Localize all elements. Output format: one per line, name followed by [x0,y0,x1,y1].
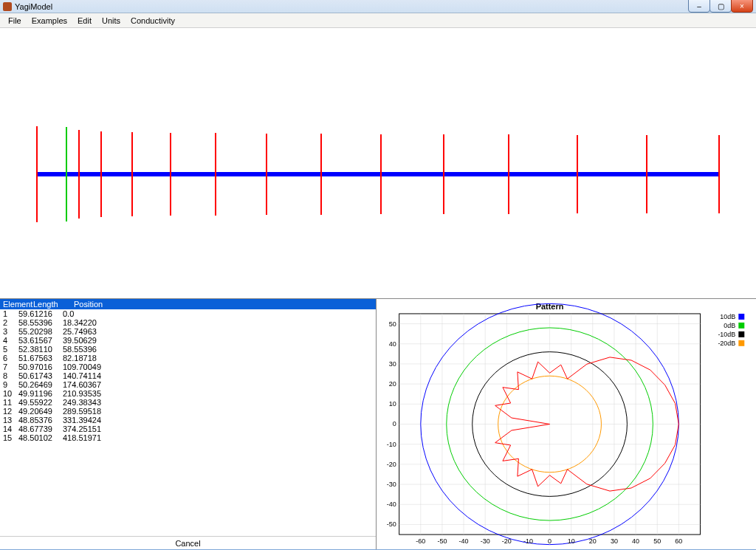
cell-index: 13 [0,416,18,424]
antenna-element [36,126,38,222]
menu-units[interactable]: Units [97,15,126,27]
y-tick: -40 [387,501,396,508]
cell-index: 9 [0,381,18,389]
cell-position: 39.50629 [63,337,122,345]
table-row[interactable]: 355.2029825.74963 [0,327,376,336]
legend-swatch-m10 [738,331,744,337]
cell-position: 18.34220 [63,319,122,327]
cell-length: 55.20298 [18,328,63,336]
table-row[interactable]: 750.97016109.70049 [0,362,376,371]
table-row[interactable]: 1448.67739374.25151 [0,424,376,433]
cell-length: 50.26469 [18,381,63,389]
table-row[interactable]: 453.6156739.50629 [0,336,376,345]
cancel-button[interactable]: Cancel [0,536,376,549]
cell-length: 48.50102 [18,434,63,442]
x-tick: 30 [611,537,618,545]
cell-position: 82.18718 [63,354,122,362]
y-tick: 10 [389,400,396,408]
minimize-button[interactable]: – [688,0,710,13]
x-tick: 0 [548,537,551,545]
y-tick: -30 [387,481,396,488]
maximize-button[interactable]: ▢ [709,0,732,13]
menu-examples[interactable]: Examples [27,15,72,27]
legend-label-p10: 10dB [720,313,735,320]
cell-position: 289.59518 [63,408,122,416]
cell-length: 49.55922 [18,399,63,407]
cell-index: 5 [0,346,18,354]
cell-length: 49.20649 [18,408,63,416]
cell-length: 49.91196 [18,390,63,398]
antenna-element [320,134,322,215]
element-table-pane: Element Length Position 159.612160.0258.… [0,299,377,549]
table-row[interactable]: 258.5539618.34220 [0,318,376,327]
window-titlebar: YagiModel – ▢ × [0,0,756,13]
cell-length: 50.61743 [18,372,63,380]
table-row[interactable]: 1049.91196210.93535 [0,389,376,398]
cell-length: 48.67739 [18,425,63,433]
x-tick: 40 [632,537,639,545]
cell-position: 25.74963 [63,328,122,336]
col-length: Length [33,299,74,309]
cell-position: 210.93535 [63,390,122,398]
legend-swatch-m20 [738,340,744,346]
col-element: Element [0,299,33,309]
cell-index: 7 [0,363,18,371]
table-row[interactable]: 950.26469174.60367 [0,380,376,389]
antenna-element [443,134,444,214]
legend-label-m20: -20dB [718,340,735,347]
y-tick: -50 [387,520,396,528]
cell-position: 140.74114 [63,372,122,380]
cell-index: 2 [0,319,18,327]
y-tick: 30 [389,360,396,368]
table-row[interactable]: 1548.50102418.51971 [0,433,376,442]
cell-index: 3 [0,328,18,336]
antenna-boom [37,172,719,176]
table-row[interactable]: 1149.55922249.38343 [0,398,376,407]
driven-element [66,127,67,221]
table-row[interactable]: 552.3811058.55396 [0,345,376,354]
x-tick: -60 [416,537,425,545]
table-row[interactable]: 850.61743140.74114 [0,371,376,380]
table-row[interactable]: 651.6756382.18718 [0,354,376,362]
x-tick: -20 [502,537,512,545]
table-row[interactable]: 159.612160.0 [0,309,376,318]
menu-file[interactable]: File [3,15,27,27]
cell-position: 58.55396 [63,346,122,354]
cell-position: 249.38343 [63,399,122,407]
cell-index: 14 [0,425,18,433]
cell-index: 8 [0,372,18,380]
col-position: Position [74,299,133,309]
cell-length: 48.85376 [18,416,63,424]
cell-position: 174.60367 [63,381,122,389]
pattern-pane: Pattern-60-50-40-30-20-100102030405060-5… [377,299,756,549]
antenna-element [508,134,509,213]
x-tick: 20 [589,537,597,545]
menu-edit[interactable]: Edit [72,15,97,27]
cell-length: 51.67563 [18,354,63,362]
cell-index: 12 [0,408,18,416]
cell-index: 6 [0,354,18,362]
cell-position: 109.70049 [63,363,122,371]
antenna-element [646,135,647,213]
antenna-element [577,135,578,214]
table-row[interactable]: 1249.20649289.59518 [0,407,376,416]
close-button[interactable]: × [731,0,753,13]
cell-index: 1 [0,310,18,318]
x-tick: -10 [523,537,533,545]
cell-index: 11 [0,399,18,407]
table-header: Element Length Position [0,299,376,309]
table-body[interactable]: 159.612160.0258.5539618.34220355.2029825… [0,309,376,536]
y-tick: 20 [389,380,396,388]
legend-label-p0: 0dB [724,322,735,329]
x-tick: 50 [653,537,661,545]
cell-index: 15 [0,434,18,442]
menu-conductivity[interactable]: Conductivity [126,15,180,27]
y-tick: -10 [387,441,396,448]
table-row[interactable]: 1348.85376331.39424 [0,416,376,424]
cell-position: 0.0 [63,310,122,318]
cell-position: 331.39424 [63,416,122,424]
antenna-diagram [0,28,756,298]
legend-swatch-p0 [738,323,744,329]
cell-position: 374.25151 [63,425,122,433]
cell-length: 50.97016 [18,363,63,371]
